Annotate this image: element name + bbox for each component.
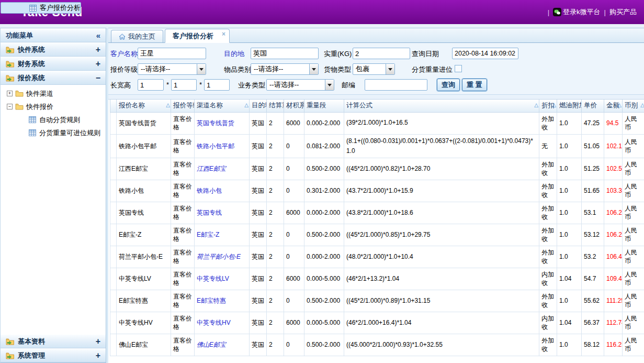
tab-customer-quote-analysis[interactable]: 客户报价分析 ×	[165, 29, 230, 43]
channel-link[interactable]: 中英专线HV	[197, 319, 231, 326]
cell-channel: 佛山E邮宝	[195, 334, 250, 356]
channel-link[interactable]: 佛山E邮宝	[197, 341, 226, 348]
col-header-amount[interactable]: 金额△	[604, 100, 623, 112]
reset-button[interactable]: 重 置	[462, 79, 487, 91]
cell-amount: 109.41	[604, 268, 623, 290]
sidebar-item-split-weight-carry-rules[interactable]: 分货重量可进位规则	[1, 126, 106, 139]
table-row[interactable]: 中英专线HV直客价格中英专线HV英国260000.000-5.000(46*2/…	[110, 312, 644, 334]
channel-link[interactable]: 英国专线普货	[197, 119, 234, 127]
channel-link[interactable]: 铁路小包	[197, 187, 222, 194]
chevron-down-icon[interactable]	[325, 80, 334, 90]
tab-close-icon[interactable]: ×	[222, 30, 225, 38]
cargo-type-select[interactable]: 包裹	[353, 63, 395, 75]
sort-asc-icon[interactable]: △	[640, 102, 644, 108]
chevron-down-icon[interactable]	[309, 64, 318, 74]
top-header-bar: Take Send | 登录k微平台 | 购买产品	[0, 0, 644, 24]
cell-channel: 英国专线普货	[195, 112, 250, 134]
cell-fuel: 1.0	[557, 112, 582, 134]
table-row[interactable]: 铁路小包直客价格铁路小包英国200.301-2.000(43.7*2/1.000…	[110, 180, 644, 202]
table-row[interactable]: 英国专线普货直客价格英国专线普货英国260000.000-2.000(39*2/…	[110, 112, 644, 134]
sidebar-section-quote[interactable]: 报价系统 −	[1, 71, 106, 85]
table-row[interactable]: E邮宝特惠直客价格E邮宝特惠英国200.500-2.000((45*2/1.00…	[110, 290, 644, 312]
section-expand-icon[interactable]: +	[96, 60, 100, 68]
table-row[interactable]: 江西E邮宝直客价格江西E邮宝英国200.500-2.000((45*2/1.00…	[110, 158, 644, 180]
tree-folder-channels[interactable]: + 快件渠道	[1, 87, 106, 100]
customer-name-input[interactable]	[138, 48, 206, 59]
table-row[interactable]: 荷兰平邮小包-E直客价格荷兰平邮小包-E英国200.000-2.000(48.0…	[110, 246, 644, 268]
cell-formula: (46*2/1.000+16.4)*1.04	[344, 312, 539, 334]
quote-level-select[interactable]: --请选择--	[138, 63, 206, 75]
sort-asc-icon[interactable]: △	[552, 102, 556, 108]
tab-bar: 我的主页 客户报价分析 ×	[108, 28, 644, 43]
col-header-formula[interactable]: 计算公式△	[344, 100, 539, 112]
section-expand-icon[interactable]: +	[96, 337, 100, 346]
cell-fuel: 1.0	[557, 224, 582, 246]
sort-asc-icon[interactable]: △	[166, 102, 170, 108]
width-input[interactable]	[171, 79, 197, 91]
sidebar-item-auto-split-rules[interactable]: 自动分货规则	[1, 113, 106, 126]
cell-currency: 人民币	[623, 268, 644, 290]
sidebar-section-express[interactable]: 快件系统 +	[1, 42, 106, 57]
table-row[interactable]: 英国专线直客价格英国专线英国260000.000-2.000(43.8*2/1.…	[110, 202, 644, 224]
cell-level: 直客价格	[171, 290, 195, 312]
cell-discount: 外加收	[539, 180, 557, 202]
col-header-name[interactable]: 报价名称△	[117, 100, 171, 112]
cell-unit: 51.65	[582, 180, 604, 202]
cell-amount: 111.25	[604, 290, 623, 312]
cell-sp	[110, 334, 117, 356]
col-header-dest: 目的地	[250, 100, 267, 112]
channel-link[interactable]: E邮宝-Z	[197, 231, 219, 238]
search-button[interactable]: 查询	[437, 79, 460, 91]
weight-input[interactable]	[353, 48, 410, 59]
destination-input[interactable]	[251, 48, 319, 59]
postcode-input[interactable]	[365, 79, 427, 91]
split-weight-carry-checkbox[interactable]	[455, 65, 462, 72]
table-row[interactable]: E邮宝-Z直客价格E邮宝-Z英国200.500-2.000((45*2/1.00…	[110, 224, 644, 246]
cell-fuel: 1.0	[557, 246, 582, 268]
channel-link[interactable]: E邮宝特惠	[197, 297, 226, 304]
tree-folder-quotes[interactable]: − 快件报价	[1, 100, 106, 113]
tab-home[interactable]: 我的主页	[111, 30, 163, 42]
sidebar-section-system[interactable]: 系统管理 +	[1, 348, 106, 362]
section-collapse-icon[interactable]: −	[96, 74, 100, 82]
channel-link[interactable]: 荷兰平邮小包-E	[197, 253, 241, 260]
sidebar-collapse-icon[interactable]: «	[96, 31, 100, 40]
destination-label: 目的地	[224, 49, 244, 59]
chevron-down-icon[interactable]	[386, 64, 394, 74]
buy-product-link[interactable]: 购买产品	[609, 7, 637, 17]
height-input[interactable]	[204, 79, 230, 91]
tree-expander-minus[interactable]: −	[7, 104, 13, 109]
sort-asc-icon[interactable]: △	[244, 102, 248, 108]
query-date-input[interactable]	[452, 48, 518, 59]
section-expand-icon[interactable]: +	[96, 351, 100, 360]
cell-fuel: 1.04	[557, 312, 582, 334]
chevron-down-icon[interactable]	[197, 64, 206, 74]
channel-link[interactable]: 英国专线	[197, 209, 222, 216]
cell-name: E邮宝特惠	[117, 290, 171, 312]
sort-asc-icon[interactable]: △	[534, 102, 538, 108]
cell-settle: 2	[267, 312, 284, 334]
sidebar-section-basic-data[interactable]: 基本资料 +	[1, 334, 106, 348]
table-row[interactable]: 中英专线LV直客价格中英专线LV英国260000.000-5.000(46*2/…	[110, 268, 644, 290]
sort-asc-icon[interactable]: △	[617, 102, 622, 108]
cell-channel: 铁路小包	[195, 180, 250, 202]
channel-link[interactable]: 江西E邮宝	[197, 165, 226, 172]
business-type-select[interactable]: --请选择--	[266, 79, 334, 91]
length-input[interactable]	[138, 79, 164, 91]
col-header-currency[interactable]: 币别△	[623, 100, 644, 112]
table-row[interactable]: 铁路小包平邮直客价格铁路小包平邮英国200.081-2.000(8.1+((0.…	[110, 134, 644, 158]
col-header-channel[interactable]: 渠道名称△	[195, 100, 250, 112]
sidebar-section-finance[interactable]: 财务系统 +	[1, 57, 106, 71]
section-expand-icon[interactable]: +	[96, 46, 100, 54]
channel-link[interactable]: 中英专线LV	[197, 275, 229, 282]
table-row[interactable]: 佛山E邮宝直客价格佛山E邮宝英国200.500-2.000((45.000*2/…	[110, 334, 644, 356]
channel-link[interactable]: 铁路小包平邮	[197, 142, 234, 150]
grid-icon	[29, 116, 36, 123]
cell-unit: 54.7	[582, 268, 604, 290]
item-type-select[interactable]: --请选择--	[251, 63, 319, 75]
cell-level: 直客价格	[171, 334, 195, 356]
cell-vol: 0	[284, 224, 304, 246]
col-header-discount[interactable]: 折扣△	[539, 100, 557, 112]
tree-expander-plus[interactable]: +	[7, 91, 13, 96]
login-kwei-link[interactable]: 登录k微平台	[553, 7, 601, 17]
